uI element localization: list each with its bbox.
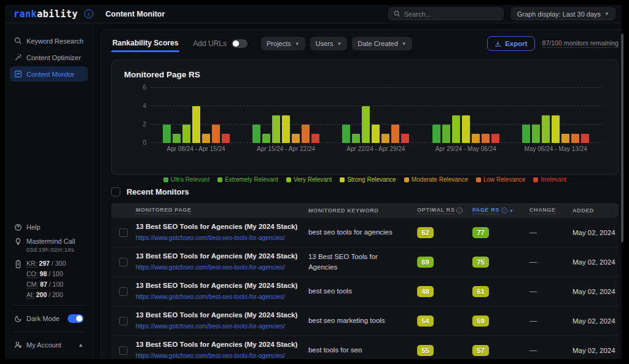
collapse-sidebar-button[interactable]: ‹ bbox=[84, 9, 93, 18]
page-url-link[interactable]: https://www.gotchseo.com/best-seo-tools-… bbox=[136, 352, 285, 359]
bar-moderate-relevance[interactable] bbox=[292, 134, 300, 143]
bar-ultra-relevant[interactable] bbox=[163, 125, 171, 143]
page-url-link[interactable]: https://www.gotchseo.com/best-seo-tools-… bbox=[136, 323, 285, 330]
bar-ultra-relevant[interactable] bbox=[342, 125, 350, 143]
select-all-checkbox[interactable] bbox=[111, 187, 120, 196]
my-account-row[interactable]: My Account ▲ bbox=[10, 338, 88, 352]
row-checkbox[interactable] bbox=[119, 317, 128, 325]
divider bbox=[12, 331, 85, 332]
bar-irrelevant[interactable] bbox=[491, 134, 499, 143]
sidebar-item-keyword-research[interactable]: Keyword Research bbox=[10, 33, 88, 48]
row-checkbox[interactable] bbox=[119, 228, 128, 237]
bar-extremely-relevant[interactable] bbox=[262, 134, 270, 143]
col-change[interactable]: Change bbox=[529, 207, 572, 214]
page-rs-badge: 75 bbox=[472, 257, 489, 268]
section-title: Recent Monitors bbox=[127, 187, 189, 196]
sidebar: Keyword Research Content Optimizer Conte… bbox=[5, 23, 93, 359]
bar-low-relevance[interactable] bbox=[391, 125, 399, 143]
row-checkbox[interactable] bbox=[119, 346, 128, 355]
col-added[interactable]: Added bbox=[572, 207, 619, 214]
filter-projects[interactable]: Projects▼ bbox=[261, 37, 305, 50]
bar-very-relevant[interactable] bbox=[452, 115, 460, 143]
bar-extremely-relevant[interactable] bbox=[352, 134, 360, 143]
toolbar: Rankability Scores Add URLs Projects▼ Us… bbox=[111, 36, 619, 55]
bar-irrelevant[interactable] bbox=[222, 134, 230, 143]
bar-strong-relevance[interactable] bbox=[282, 115, 290, 143]
bar-extremely-relevant[interactable] bbox=[173, 134, 181, 143]
export-button[interactable]: Export bbox=[487, 36, 534, 51]
bar-moderate-relevance[interactable] bbox=[202, 134, 210, 143]
bar-moderate-relevance[interactable] bbox=[561, 134, 569, 143]
bar-group: Apr 22/24 - Apr 29/24 bbox=[342, 88, 409, 143]
bar-ultra-relevant[interactable] bbox=[432, 125, 440, 143]
monitors-remaining[interactable]: 87/100 monitors remaining bbox=[542, 39, 619, 48]
col-monitored-page[interactable]: Monitored Page bbox=[136, 207, 308, 214]
credit-total: / 300 bbox=[50, 260, 66, 267]
bar-low-relevance[interactable] bbox=[482, 134, 490, 143]
row-checkbox[interactable] bbox=[119, 258, 128, 266]
page-url-link[interactable]: https://www.gotchseo.com/best-seo-tools-… bbox=[136, 293, 285, 300]
bar-low-relevance[interactable] bbox=[212, 125, 220, 143]
bar-low-relevance[interactable] bbox=[571, 134, 579, 143]
page-rs-cell: 59 bbox=[472, 315, 529, 327]
bar-low-relevance[interactable] bbox=[302, 125, 310, 143]
bar-moderate-relevance[interactable] bbox=[472, 134, 480, 143]
credit-total: / 100 bbox=[47, 281, 63, 288]
search-input[interactable] bbox=[404, 10, 498, 18]
bar-strong-relevance[interactable] bbox=[462, 115, 470, 143]
filter-chips: Projects▼ Users▼ Date Created▼ bbox=[261, 37, 412, 54]
bar-irrelevant[interactable] bbox=[401, 134, 409, 143]
optimal-rs-cell: 55 bbox=[417, 344, 472, 356]
page-url-link[interactable]: https://www.gotchseo.com/best-seo-tools-… bbox=[136, 234, 285, 241]
legend-label: Ultra Relevant bbox=[171, 176, 209, 183]
row-checkbox-cell bbox=[111, 317, 136, 325]
bar-very-relevant[interactable] bbox=[272, 115, 280, 143]
credit-used: 200 bbox=[34, 291, 47, 298]
bar-ultra-relevant[interactable] bbox=[252, 125, 260, 143]
bar-strong-relevance[interactable] bbox=[372, 125, 380, 143]
filter-date-created[interactable]: Date Created▼ bbox=[352, 37, 412, 50]
search-box[interactable] bbox=[388, 7, 504, 20]
bar-very-relevant[interactable] bbox=[542, 115, 550, 143]
col-monitored-keyword[interactable]: Monitored Keyword bbox=[308, 207, 417, 214]
chevron-down-icon: ▼ bbox=[295, 41, 300, 47]
page-title-text: 13 Best SEO Tools for Agencies (My 2024 … bbox=[136, 222, 308, 232]
col-optimal-rs[interactable]: Optimal RSi bbox=[417, 207, 472, 214]
dark-mode-toggle[interactable] bbox=[68, 314, 84, 323]
vertical-scrollbar[interactable] bbox=[621, 34, 623, 242]
bar-very-relevant[interactable] bbox=[182, 125, 190, 143]
bar-irrelevant[interactable] bbox=[581, 134, 589, 143]
filter-users[interactable]: Users▼ bbox=[310, 37, 348, 50]
row-checkbox[interactable] bbox=[119, 287, 128, 296]
graph-display-dropdown[interactable]: Graph display: Last 30 days ▼ bbox=[511, 7, 615, 20]
bar-extremely-relevant[interactable] bbox=[442, 125, 450, 143]
app-window: rankability ‹ Content Monitor Graph disp… bbox=[5, 5, 622, 359]
active-tab-underline bbox=[111, 50, 179, 52]
sidebar-item-content-monitor[interactable]: Content Monitor bbox=[10, 66, 88, 82]
main-content: Rankability Scores Add URLs Projects▼ Us… bbox=[93, 23, 622, 359]
table-body: 13 Best SEO Tools for Agencies (My 2024 … bbox=[111, 218, 619, 359]
add-urls-toggle[interactable] bbox=[232, 39, 248, 48]
bar-ultra-relevant[interactable] bbox=[522, 125, 530, 143]
bar-strong-relevance[interactable] bbox=[552, 115, 560, 143]
col-page-rs[interactable]: Page RSi▼ bbox=[472, 207, 529, 214]
sidebar-item-help[interactable]: Help bbox=[10, 220, 88, 234]
credit-used: 297 bbox=[37, 260, 50, 267]
bar-irrelevant[interactable] bbox=[311, 134, 319, 143]
x-axis-label: Apr 29/24 - May 06/24 bbox=[436, 145, 496, 152]
sidebar-item-mastermind-call[interactable]: Mastermind Call 03d:19h:02m:18s bbox=[10, 234, 88, 256]
sidebar-item-content-optimizer[interactable]: Content Optimizer bbox=[10, 50, 88, 65]
legend-swatch bbox=[217, 177, 222, 182]
bar-strong-relevance[interactable] bbox=[192, 106, 200, 143]
bar-very-relevant[interactable] bbox=[362, 106, 370, 143]
tab-rankability-scores[interactable]: Rankability Scores bbox=[111, 39, 179, 52]
bar-extremely-relevant[interactable] bbox=[532, 125, 540, 143]
optimal-rs-cell: 62 bbox=[417, 227, 472, 238]
bar-moderate-relevance[interactable] bbox=[381, 134, 389, 143]
legend-label: Irrelevant bbox=[541, 176, 566, 183]
optimal-rs-cell: 69 bbox=[417, 256, 472, 268]
monitored-keyword-cell: best seo tools bbox=[308, 286, 417, 296]
monitored-keyword-cell: 13 Best SEO Tools for Agencies bbox=[308, 252, 417, 271]
page-url-link[interactable]: https://www.gotchseo.com/best-seo-tools-… bbox=[136, 264, 285, 271]
change-cell: — bbox=[529, 317, 572, 325]
